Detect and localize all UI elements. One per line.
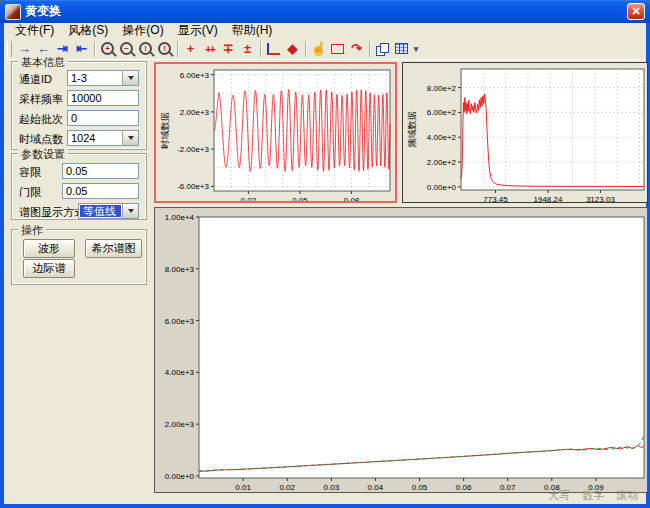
- chart-frequency-domain[interactable]: 773.451948.243123.038.00e+26.00e+24.00e+…: [402, 62, 648, 203]
- menu-item-style[interactable]: 风格(S): [61, 22, 115, 39]
- waveform-button[interactable]: 波形: [23, 239, 75, 258]
- channel-id-label: 通道ID: [19, 72, 52, 87]
- hilbert-spectrum-button[interactable]: 希尔谱图: [85, 239, 142, 258]
- toolbar-separator: [177, 41, 178, 57]
- svg-text:2.00e+2: 2.00e+2: [427, 158, 457, 167]
- start-batch-label: 起始批次: [19, 112, 63, 127]
- zoom-in-icon[interactable]: +: [98, 40, 117, 58]
- groupbox-params-title: 参数设置: [18, 147, 68, 162]
- svg-text:6.00e+3: 6.00e+3: [165, 317, 195, 326]
- chevron-down-icon[interactable]: [122, 71, 138, 85]
- svg-text:4.00e+3: 4.00e+3: [165, 368, 195, 377]
- toolbar-grip: [7, 41, 12, 57]
- svg-text:0.02: 0.02: [241, 196, 257, 201]
- axes-measure-icon[interactable]: [264, 40, 283, 58]
- free-select-icon[interactable]: ↷: [347, 40, 366, 58]
- groupbox-operations-title: 操作: [18, 223, 46, 238]
- svg-text:1948.24: 1948.24: [533, 195, 562, 202]
- svg-text:0.06: 0.06: [456, 483, 472, 492]
- svg-text:0.00e+0: 0.00e+0: [427, 183, 457, 192]
- start-batch-field[interactable]: 0: [67, 110, 139, 126]
- svg-text:-6.00e+3: -6.00e+3: [177, 182, 209, 191]
- chart-time-domain[interactable]: 0.020.050.086.00e+32.00e+3-2.00e+3-6.00e…: [154, 62, 397, 203]
- tolerance-field[interactable]: 0.05: [62, 163, 139, 179]
- cursor-double-cross-icon[interactable]: ++: [200, 40, 219, 58]
- status-indicator: 滚动: [616, 488, 638, 503]
- time-points-combo[interactable]: 1024: [67, 130, 139, 146]
- svg-text:8.00e+3: 8.00e+3: [165, 265, 195, 274]
- groupbox-params: 参数设置 容限 0.05 门限 0.05 谱图显示方式 等值线: [11, 153, 147, 220]
- sample-rate-label: 采样频率: [19, 92, 63, 107]
- time-points-label: 时域点数: [19, 132, 63, 147]
- zoom-box-icon[interactable]: [328, 40, 347, 58]
- status-indicators: 大写数字滚动: [548, 488, 638, 503]
- svg-text:0.05: 0.05: [412, 483, 428, 492]
- nav-start-icon[interactable]: ⇤: [72, 40, 91, 58]
- y-axis-label: 频域数据: [407, 112, 417, 148]
- svg-text:0.04: 0.04: [368, 483, 384, 492]
- toolbar-separator: [260, 41, 261, 57]
- title-bar: 黄变换 ✕: [0, 0, 650, 23]
- time-points-value: 1024: [68, 132, 122, 144]
- svg-text:1.00e+4: 1.00e+4: [165, 213, 195, 222]
- spectrum-display-combo[interactable]: 等值线: [78, 203, 139, 219]
- channel-id-value: 1-3: [68, 72, 122, 84]
- status-indicator: 大写: [548, 488, 570, 503]
- marginal-spectrum-button[interactable]: 边际谱: [23, 259, 75, 278]
- copy-icon[interactable]: [373, 40, 392, 58]
- threshold-field[interactable]: 0.05: [62, 183, 139, 199]
- toolbar: →←⇥⇤+−!!+++∓±◆☝↷▾: [4, 38, 646, 60]
- svg-text:0.00e+0: 0.00e+0: [165, 472, 195, 481]
- svg-text:8.00e+2: 8.00e+2: [427, 84, 457, 93]
- menu-item-help[interactable]: 帮助(H): [225, 22, 280, 39]
- menu-bar: 文件(F)风格(S)操作(O)显示(V)帮助(H): [4, 23, 646, 38]
- menu-item-view[interactable]: 显示(V): [171, 22, 225, 39]
- svg-text:-2.00e+3: -2.00e+3: [177, 145, 209, 154]
- cursor-cross-top-icon[interactable]: ∓: [219, 40, 238, 58]
- close-button[interactable]: ✕: [627, 3, 645, 20]
- app-icon: [5, 4, 21, 20]
- channel-id-combo[interactable]: 1-3: [67, 70, 139, 86]
- spectrum-display-label: 谱图显示方式: [19, 205, 85, 220]
- toolbar-separator: [305, 41, 306, 57]
- cursor-cross-icon[interactable]: +: [181, 40, 200, 58]
- svg-text:0.05: 0.05: [292, 196, 308, 201]
- groupbox-basic-info-title: 基本信息: [18, 55, 68, 70]
- chevron-down-icon[interactable]: [122, 131, 138, 145]
- toolbar-separator: [94, 41, 95, 57]
- svg-text:0.02: 0.02: [279, 483, 295, 492]
- zoom-out-icon[interactable]: −: [117, 40, 136, 58]
- svg-text:2.00e+3: 2.00e+3: [165, 420, 195, 429]
- menu-item-file[interactable]: 文件(F): [8, 22, 61, 39]
- svg-text:3123.03: 3123.03: [586, 195, 615, 202]
- svg-text:6.00e+3: 6.00e+3: [180, 71, 210, 80]
- cursor-cross-bottom-icon[interactable]: ±: [238, 40, 257, 58]
- app-window: 黄变换 ✕ 文件(F)风格(S)操作(O)显示(V)帮助(H) →←⇥⇤+−!!…: [0, 0, 650, 508]
- status-indicator: 数字: [582, 488, 604, 503]
- svg-text:0.03: 0.03: [324, 483, 340, 492]
- groupbox-operations: 操作 波形 希尔谱图 边际谱: [11, 229, 147, 285]
- groupbox-basic-info: 基本信息 通道ID 1-3 采样频率 10000 起始批次 0 时域点数 102…: [11, 61, 147, 150]
- spectrum-display-value: 等值线: [80, 205, 121, 217]
- toolbar-overflow-icon[interactable]: ▾: [411, 40, 421, 58]
- chevron-down-icon[interactable]: [122, 204, 138, 218]
- tolerance-label: 容限: [19, 165, 41, 180]
- svg-text:4.00e+2: 4.00e+2: [427, 133, 457, 142]
- sample-rate-field[interactable]: 10000: [67, 90, 139, 106]
- svg-text:0.01: 0.01: [235, 483, 251, 492]
- grid-view-icon[interactable]: [392, 40, 411, 58]
- y-axis-label: 时域数据: [160, 113, 170, 149]
- svg-text:2.00e+3: 2.00e+3: [180, 108, 210, 117]
- zoom-reset-y-icon[interactable]: !: [155, 40, 174, 58]
- threshold-label: 门限: [19, 185, 41, 200]
- svg-text:773.45: 773.45: [483, 195, 508, 202]
- marker-diamond-icon[interactable]: ◆: [283, 40, 302, 58]
- chart-hilbert-frequency[interactable]: 0.010.020.030.040.050.060.070.080.091.00…: [154, 207, 648, 493]
- toolbar-separator: [369, 41, 370, 57]
- svg-text:0.07: 0.07: [500, 483, 516, 492]
- svg-text:0.08: 0.08: [344, 196, 360, 201]
- menu-item-operate[interactable]: 操作(O): [115, 22, 170, 39]
- svg-text:6.00e+2: 6.00e+2: [427, 108, 457, 117]
- pan-hand-icon[interactable]: ☝: [309, 40, 328, 58]
- zoom-reset-x-icon[interactable]: !: [136, 40, 155, 58]
